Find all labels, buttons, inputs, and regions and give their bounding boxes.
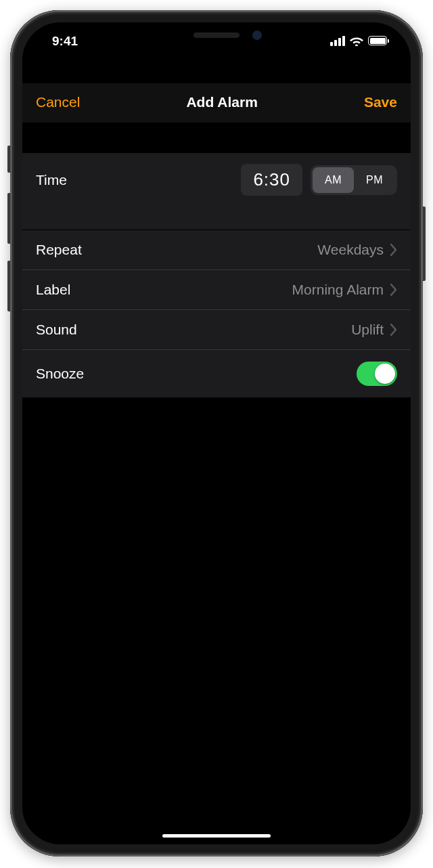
pm-option[interactable]: PM [354,167,395,193]
time-section: Time 6:30 AM PM [22,153,411,230]
screen: 9:41 Cancel Add Alarm Save [22,22,411,844]
front-camera [252,30,262,40]
status-icons [330,33,390,46]
device-frame: 9:41 Cancel Add Alarm Save [10,10,423,856]
power-button [423,207,426,281]
label-row[interactable]: Label Morning Alarm [22,270,411,310]
speaker-grille [193,32,240,38]
page-title: Add Alarm [186,94,257,110]
mute-switch [7,146,10,173]
label-value: Morning Alarm [292,282,384,298]
options-section: Repeat Weekdays Label Morning Alarm [22,230,411,397]
snooze-row: Snooze [22,350,411,397]
chevron-right-icon [390,284,397,296]
sound-value: Uplift [351,322,384,338]
time-controls: 6:30 AM PM [241,164,397,196]
wifi-icon [350,36,363,46]
snooze-toggle[interactable] [357,362,397,386]
time-input[interactable]: 6:30 [241,164,302,196]
time-row: Time 6:30 AM PM [22,153,411,230]
chevron-right-icon [390,244,397,256]
repeat-label: Repeat [36,242,82,258]
sound-row[interactable]: Sound Uplift [22,310,411,350]
toggle-knob [375,364,395,384]
cellular-icon [330,36,345,46]
time-label: Time [36,172,67,188]
repeat-row[interactable]: Repeat Weekdays [22,230,411,270]
battery-icon [368,36,389,45]
cancel-button[interactable]: Cancel [36,94,80,110]
nav-bar: Cancel Add Alarm Save [22,83,411,123]
label-label: Label [36,282,70,298]
am-option[interactable]: AM [313,167,354,193]
volume-down-button [7,261,10,311]
chevron-right-icon [390,324,397,336]
content: Cancel Add Alarm Save Time 6:30 AM PM [22,56,411,844]
snooze-label: Snooze [36,366,84,382]
save-button[interactable]: Save [364,94,397,110]
repeat-value: Weekdays [317,242,384,258]
home-indicator[interactable] [162,834,271,838]
ampm-toggle[interactable]: AM PM [311,165,397,195]
status-time: 9:41 [43,30,78,49]
notch [132,22,301,48]
volume-up-button [7,193,10,244]
sound-label: Sound [36,322,77,338]
